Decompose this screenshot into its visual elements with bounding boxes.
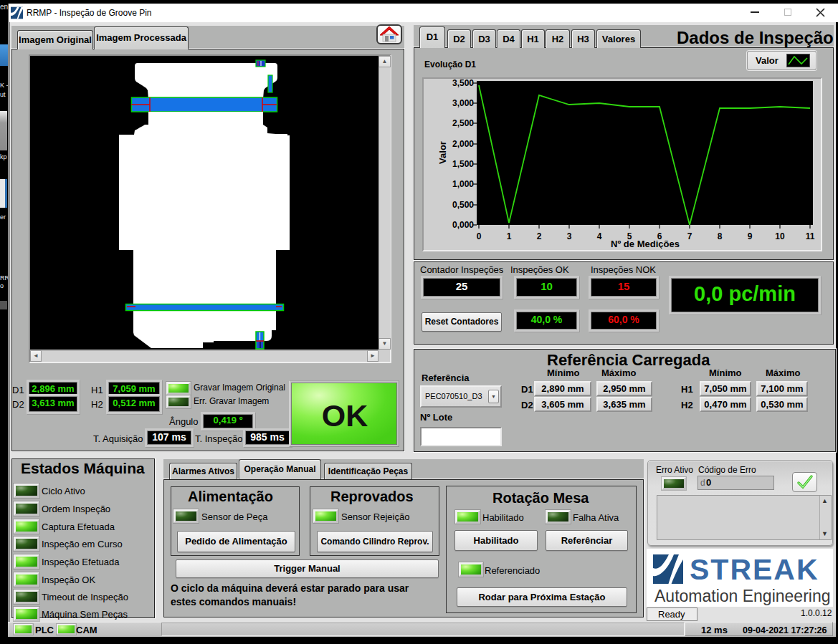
svg-text:8: 8 xyxy=(718,231,723,241)
svg-text:3,000: 3,000 xyxy=(452,98,474,108)
svg-text:Nº de Medições: Nº de Medições xyxy=(611,239,680,249)
svg-text:3: 3 xyxy=(567,231,572,241)
svg-text:2: 2 xyxy=(537,231,542,241)
svg-text:0: 0 xyxy=(477,231,482,241)
svg-text:9: 9 xyxy=(748,231,753,241)
svg-text:1,500: 1,500 xyxy=(452,159,474,169)
svg-text:1,000: 1,000 xyxy=(452,179,474,189)
svg-text:Valor: Valor xyxy=(437,141,448,164)
svg-text:10: 10 xyxy=(775,231,785,241)
svg-text:2,000: 2,000 xyxy=(452,139,474,149)
svg-text:2,500: 2,500 xyxy=(452,118,474,128)
svg-text:7: 7 xyxy=(687,231,692,241)
svg-text:1: 1 xyxy=(507,231,512,241)
svg-text:0,000: 0,000 xyxy=(452,220,474,230)
svg-text:11: 11 xyxy=(806,231,815,241)
svg-text:0,500: 0,500 xyxy=(452,200,474,210)
svg-text:3,500: 3,500 xyxy=(452,78,474,88)
svg-text:4: 4 xyxy=(597,231,602,241)
